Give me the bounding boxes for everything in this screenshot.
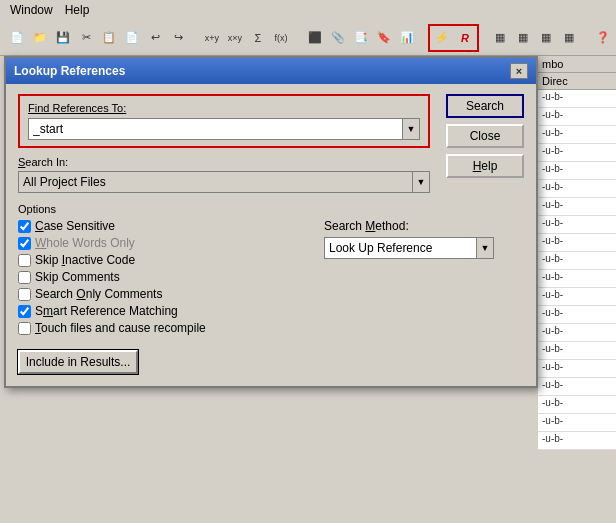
checkbox-smart-reference: Smart Reference Matching [18, 304, 304, 318]
tb-b4[interactable]: 🔖 [373, 27, 395, 49]
menu-help[interactable]: Help [59, 2, 96, 18]
rp-row-13: -u-b- [538, 306, 616, 324]
skip-inactive-label[interactable]: Skip Inactive Code [35, 253, 135, 267]
find-ref-input-row: ▼ [28, 118, 420, 140]
checkbox-touch-files: Touch files and cause recompile [18, 321, 304, 335]
tb-b1[interactable]: ⬛ [304, 27, 326, 49]
search-method-select: Look Up Reference ▼ [324, 237, 494, 259]
toolbar-group-3: ⬛ 📎 📑 🔖 📊 [302, 25, 420, 51]
rp-row-10: -u-b- [538, 252, 616, 270]
dialog-close-button[interactable]: × [510, 63, 528, 79]
toolbar-group-1: 📄 📁 💾 ✂ 📋 📄 ↩ ↪ [4, 25, 191, 51]
rp-row-5: -u-b- [538, 162, 616, 180]
tb-undo[interactable]: ↩ [144, 27, 166, 49]
tb-grid3[interactable]: ▦ [535, 27, 557, 49]
tb-lightning[interactable]: ⚡ [431, 27, 453, 49]
tb-open[interactable]: 📁 [29, 27, 51, 49]
tb-fx[interactable]: f(x) [270, 27, 292, 49]
help-underline: Help [473, 159, 498, 173]
search-in-select[interactable]: All Project Files [18, 171, 412, 193]
rp-row-11: -u-b- [538, 270, 616, 288]
touch-files-checkbox[interactable] [18, 322, 31, 335]
rp-row-17: -u-b- [538, 378, 616, 396]
include-in-results-button[interactable]: Include in Results... [18, 350, 138, 374]
tb-r[interactable]: R [454, 27, 476, 49]
case-sensitive-checkbox[interactable] [18, 220, 31, 233]
toolbar-group-2: x+y x×y Σ f(x) [199, 25, 294, 51]
tb-b3[interactable]: 📑 [350, 27, 372, 49]
tb-redo[interactable]: ↪ [167, 27, 189, 49]
whole-words-checkbox[interactable] [18, 237, 31, 250]
find-ref-dropdown-arrow[interactable]: ▼ [402, 118, 420, 140]
rp-row-15: -u-b- [538, 342, 616, 360]
menubar: Window Help [0, 0, 616, 20]
search-in-row: All Project Files ▼ [18, 171, 430, 193]
search-button[interactable]: Search [446, 94, 524, 118]
toolbar: 📄 📁 💾 ✂ 📋 📄 ↩ ↪ x+y x×y Σ f(x) ⬛ 📎 📑 🔖 📊… [0, 20, 616, 56]
tb-x1[interactable]: x+y [201, 27, 223, 49]
options-right: Search Method: Look Up Reference ▼ [324, 219, 524, 338]
tb-paste[interactable]: 📄 [121, 27, 143, 49]
skip-comments-label[interactable]: Skip Comments [35, 270, 120, 284]
tb-b5[interactable]: 📊 [396, 27, 418, 49]
toolbar-group-4-highlighted: ⚡ R [428, 24, 479, 52]
skip-comments-checkbox[interactable] [18, 271, 31, 284]
tb-grid2[interactable]: ▦ [512, 27, 534, 49]
tb-help[interactable]: ❓ [592, 27, 614, 49]
tb-cut[interactable]: ✂ [75, 27, 97, 49]
tb-sum[interactable]: Σ [247, 27, 269, 49]
rp-row-7: -u-b- [538, 198, 616, 216]
dialog-body: Find References To: ▼ Search Close Help … [6, 84, 536, 386]
tb-new[interactable]: 📄 [6, 27, 28, 49]
checkbox-skip-comments: Skip Comments [18, 270, 304, 284]
find-references-input[interactable] [28, 118, 402, 140]
touch-files-label[interactable]: Touch files and cause recompile [35, 321, 206, 335]
rp-row-18: -u-b- [538, 396, 616, 414]
checkbox-search-only-comments: Search Only Comments [18, 287, 304, 301]
tb-b2[interactable]: 📎 [327, 27, 349, 49]
tb-copy[interactable]: 📋 [98, 27, 120, 49]
find-ref-label: Find References To: [28, 102, 420, 114]
rp-row-16: -u-b- [538, 360, 616, 378]
rp-row-14: -u-b- [538, 324, 616, 342]
smart-reference-checkbox[interactable] [18, 305, 31, 318]
rp-row-8: -u-b- [538, 216, 616, 234]
tb-grid4[interactable]: ▦ [558, 27, 580, 49]
rp-row-2: -u-b- [538, 108, 616, 126]
search-only-comments-label[interactable]: Search Only Comments [35, 287, 162, 301]
toolbar-group-6: ❓ ⚙ [590, 25, 616, 51]
rp-header-direc: Direc [538, 73, 616, 90]
rp-row-3: -u-b- [538, 126, 616, 144]
search-method-label: Search Method: [324, 219, 524, 233]
options-left: Case Sensitive Whole Words Only Skip Ina… [18, 219, 304, 338]
search-in-arrow[interactable]: ▼ [412, 171, 430, 193]
options-label: Options [18, 203, 524, 215]
rp-row-20: -u-b- [538, 432, 616, 450]
rp-row-4: -u-b- [538, 144, 616, 162]
help-button[interactable]: Help [446, 154, 524, 178]
find-references-box: Find References To: ▼ [18, 94, 430, 148]
options-section: Options Case Sensitive Whole Words Only [18, 203, 524, 338]
toolbar-group-5: ▦ ▦ ▦ ▦ [487, 25, 582, 51]
tb-x2[interactable]: x×y [224, 27, 246, 49]
smart-reference-label[interactable]: Smart Reference Matching [35, 304, 178, 318]
tb-save[interactable]: 💾 [52, 27, 74, 49]
checkbox-case-sensitive: Case Sensitive [18, 219, 304, 233]
whole-words-label[interactable]: Whole Words Only [35, 236, 135, 250]
close-button[interactable]: Close [446, 124, 524, 148]
rp-row-9: -u-b- [538, 234, 616, 252]
skip-inactive-checkbox[interactable] [18, 254, 31, 267]
search-method-arrow[interactable]: ▼ [476, 237, 494, 259]
case-sensitive-label[interactable]: Case Sensitive [35, 219, 115, 233]
menu-window[interactable]: Window [4, 2, 59, 18]
search-in-label: Search In: [18, 156, 430, 168]
search-in-value: All Project Files [23, 175, 106, 189]
dialog-titlebar: Lookup References × [6, 58, 536, 84]
search-only-comments-checkbox[interactable] [18, 288, 31, 301]
rp-row-19: -u-b- [538, 414, 616, 432]
rp-row-6: -u-b- [538, 180, 616, 198]
checkbox-whole-words: Whole Words Only [18, 236, 304, 250]
search-method-value[interactable]: Look Up Reference [324, 237, 476, 259]
tb-grid1[interactable]: ▦ [489, 27, 511, 49]
rp-row-12: -u-b- [538, 288, 616, 306]
